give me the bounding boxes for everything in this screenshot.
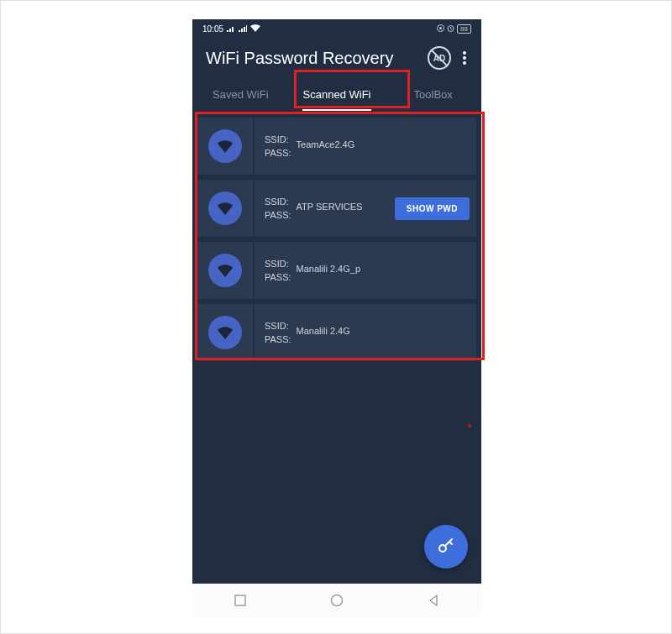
no-ads-icon[interactable]: AD: [428, 46, 451, 70]
pass-label: PASS:: [265, 148, 291, 158]
wifi-list: SSID: PASS: TeamAce2.4G SSID: PASS:: [192, 111, 481, 361]
app-title: WiFi Password Recovery: [206, 49, 428, 68]
tab-scanned-wifi[interactable]: Scanned WiFi: [289, 78, 386, 111]
phone-screen: 10:05 88 WiFi Password Recovery AD: [192, 19, 481, 617]
wifi-icon: [208, 316, 242, 349]
ssid-label: SSID:: [265, 196, 291, 207]
nav-home-button[interactable]: [317, 594, 357, 607]
wifi-row[interactable]: SSID: PASS: Manalili 2.4G_p: [197, 242, 476, 299]
wifi-details: SSID: PASS: TeamAce2.4G: [255, 118, 476, 175]
wifi-details: SSID: PASS: Manalili 2.4G: [255, 304, 476, 361]
ssid-label: SSID:: [265, 134, 291, 144]
ssid-label: SSID:: [265, 321, 291, 331]
tab-saved-wifi[interactable]: Saved WiFi: [192, 78, 289, 111]
svg-rect-4: [235, 595, 245, 605]
status-bar: 10:05 88: [192, 19, 481, 38]
wifi-icon: [208, 254, 242, 287]
wifi-row[interactable]: SSID: PASS: ATP SERVICES SHOW PWD: [197, 180, 476, 237]
ssid-value: ATP SERVICES: [297, 202, 363, 212]
signal-icon: [239, 24, 247, 34]
alarm-icon: [447, 24, 454, 34]
ssid-label: SSID:: [265, 259, 291, 269]
battery-icon: 88: [457, 24, 471, 34]
red-dot-indicator: [468, 424, 471, 427]
status-time: 10:05: [202, 24, 223, 34]
wifi-details: SSID: PASS: ATP SERVICES: [255, 180, 395, 237]
svg-point-5: [331, 595, 342, 606]
more-icon[interactable]: [459, 46, 475, 70]
pass-label: PASS:: [265, 334, 291, 344]
wifi-icon: [250, 24, 260, 34]
tab-toolbox[interactable]: ToolBox: [385, 78, 481, 111]
wifi-icon: [208, 191, 242, 225]
pass-label: PASS:: [265, 272, 291, 282]
key-icon: [437, 536, 455, 558]
wifi-icon-cell: [197, 242, 255, 299]
wifi-row[interactable]: SSID: PASS: TeamAce2.4G: [197, 118, 476, 175]
tabs: Saved WiFi Scanned WiFi ToolBox: [192, 78, 481, 111]
signal-icon: [227, 24, 235, 34]
ssid-value: TeamAce2.4G: [297, 139, 355, 149]
lock-icon: [437, 24, 444, 34]
show-pwd-button[interactable]: SHOW PWD: [395, 197, 470, 220]
wifi-icon-cell: [197, 118, 255, 175]
wifi-icon-cell: [197, 180, 255, 237]
ssid-value: Manalili 2.4G: [297, 326, 350, 336]
wifi-icon: [208, 129, 242, 163]
pass-label: PASS:: [265, 210, 291, 220]
wifi-icon-cell: [197, 304, 255, 361]
fab-key-button[interactable]: [424, 525, 468, 569]
nav-back-button[interactable]: [413, 595, 454, 606]
ssid-value: Manalili 2.4G_p: [297, 264, 360, 274]
app-header: WiFi Password Recovery AD: [192, 38, 481, 78]
wifi-row[interactable]: SSID: PASS: Manalili 2.4G: [197, 304, 476, 361]
wifi-details: SSID: PASS: Manalili 2.4G_p: [255, 242, 476, 299]
android-nav-bar: [192, 584, 481, 617]
nav-recent-button[interactable]: [220, 595, 260, 606]
svg-point-1: [439, 27, 442, 29]
